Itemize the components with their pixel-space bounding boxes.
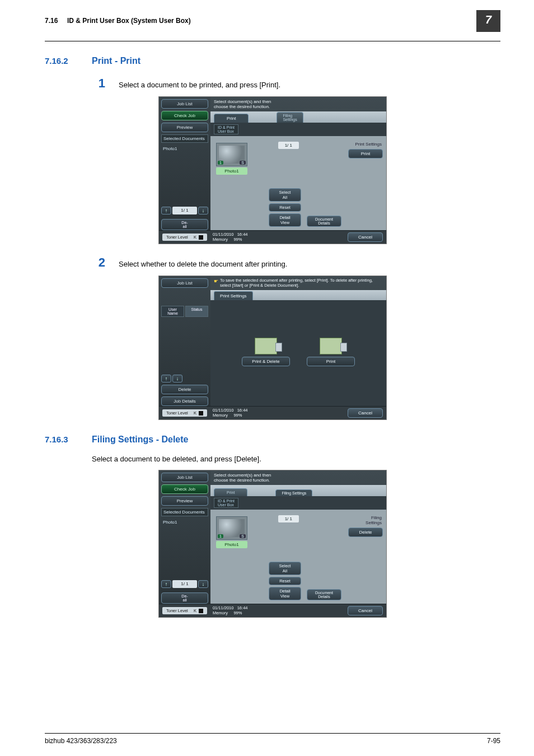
selected-doc-item: Photo1	[161, 519, 208, 526]
cancel-button[interactable]: Cancel	[348, 606, 383, 615]
header-section-title: ID & Print User Box (System User Box)	[67, 17, 191, 25]
instruction-text: ☛ To save the selected document after pr…	[210, 276, 386, 290]
print-delete-icon	[255, 338, 277, 354]
section-7-16-3-num: 7.16.3	[45, 435, 75, 444]
section-7-16-3-title: Filing Settings - Delete	[92, 435, 188, 445]
page-down-button[interactable]: ↓	[198, 580, 208, 588]
subtab-id-print-user-box[interactable]: ID & Print User Box	[214, 124, 238, 134]
datetime-memory-status: 01/11/2010 16:44 Memory 99%	[213, 408, 248, 418]
screenshot-filing-delete: Job List Check Job Preview Selected Docu…	[158, 470, 387, 618]
page-indicator: 1/ 1	[172, 580, 197, 588]
filing-settings-label: Filing Settings	[348, 515, 383, 525]
selected-documents-header: Selected Documents	[161, 508, 208, 516]
selected-doc-item: Photo1	[161, 145, 208, 152]
print-settings-label: Print Settings	[348, 142, 383, 147]
page-down-button[interactable]: ↓	[198, 207, 208, 214]
subtab-id-print-user-box[interactable]: ID & Print User Box	[214, 498, 238, 508]
step-2-number: 2	[92, 255, 105, 270]
thumbnail-label: Photo1	[216, 167, 247, 175]
datetime-memory-status: 01/11/2010 16:44 Memory 99%	[213, 606, 248, 615]
section-7-16-2-title: Print - Print	[92, 56, 140, 66]
screenshot-print-delete-choice: Job List User Name Status ↑ ↓ Delete Job…	[158, 276, 387, 420]
print-and-delete-button[interactable]: Print & Delete	[242, 357, 290, 366]
step-2-text: Select whether to delete the document af…	[119, 260, 287, 268]
document-details-button[interactable]: Document Details	[307, 216, 341, 227]
cancel-button[interactable]: Cancel	[348, 408, 383, 418]
check-job-button[interactable]: Check Job	[161, 484, 208, 494]
delete-button-side[interactable]: Delete	[161, 385, 208, 394]
step-1-text: Select a document to be printed, and pre…	[119, 81, 280, 89]
hand-icon: ☛	[214, 278, 218, 288]
footer-product: bizhub 423/363/283/223	[45, 737, 117, 745]
reset-button[interactable]: Reset	[269, 203, 301, 212]
selected-documents-header: Selected Documents	[161, 134, 208, 143]
check-job-button[interactable]: Check Job	[161, 111, 208, 120]
instruction-text: Select document(s) and then choose the d…	[210, 470, 386, 485]
instruction-text: Select document(s) and then choose the d…	[210, 97, 386, 111]
detail-view-button[interactable]: Detail View	[269, 587, 301, 600]
thumbnail-size-badge: S	[240, 534, 246, 538]
detail-view-button[interactable]: Detail View	[269, 213, 301, 227]
tab-filing-settings[interactable]: Filing Settings	[277, 112, 303, 123]
inner-page-indicator: 1/ 1	[278, 515, 299, 522]
print-only-button[interactable]: Print	[307, 357, 355, 366]
page-down-button[interactable]: ↓	[172, 375, 182, 382]
screenshot-print-select: Job List Check Job Preview Selected Docu…	[158, 96, 387, 244]
page-indicator: 1/ 1	[172, 207, 197, 214]
header-section-num: 7.16	[45, 17, 58, 25]
job-list-button[interactable]: Job List	[161, 473, 208, 482]
user-name-tab[interactable]: User Name	[161, 306, 184, 317]
job-list-button[interactable]: Job List	[161, 278, 208, 288]
deselect-all-button[interactable]: De- all	[161, 592, 208, 604]
tab-print-settings[interactable]: Print Settings	[214, 291, 253, 300]
select-all-button[interactable]: Select All	[269, 562, 301, 575]
document-details-button[interactable]: Document Details	[307, 589, 341, 600]
status-tab[interactable]: Status	[185, 306, 208, 317]
job-list-button[interactable]: Job List	[161, 99, 208, 109]
select-all-button[interactable]: Select All	[269, 188, 301, 202]
thumbnail-size-badge: S	[240, 161, 246, 165]
page-up-button[interactable]: ↑	[161, 207, 171, 214]
datetime-memory-status: 01/11/2010 16:44 Memory 99%	[213, 232, 248, 242]
section-7-16-2-num: 7.16.2	[45, 56, 75, 66]
tab-print[interactable]: Print	[214, 488, 247, 496]
thumbnail-count-badge: 1	[218, 534, 223, 538]
page-up-button[interactable]: ↑	[161, 580, 171, 588]
preview-button[interactable]: Preview	[161, 123, 208, 132]
inner-page-indicator: 1/ 1	[278, 142, 299, 149]
footer-page-number: 7-95	[487, 737, 500, 745]
print-icon	[320, 338, 342, 354]
section-7-16-3-text: Select a document to be deleted, and pre…	[92, 455, 500, 463]
page-up-button[interactable]: ↑	[161, 375, 171, 382]
toner-level-indicator: Toner Level K	[162, 409, 207, 417]
toner-level-indicator: Toner Level K	[162, 607, 207, 614]
deselect-all-button[interactable]: De- all	[161, 219, 208, 230]
reset-button[interactable]: Reset	[269, 577, 301, 585]
thumbnail-count-badge: 1	[218, 161, 223, 165]
tab-filing-settings[interactable]: Filing Settings	[275, 489, 312, 496]
cancel-button[interactable]: Cancel	[348, 232, 383, 242]
document-thumbnail[interactable]: 1 S	[216, 516, 247, 540]
print-button[interactable]: Print	[348, 149, 383, 158]
preview-button[interactable]: Preview	[161, 496, 208, 506]
step-1-number: 1	[92, 76, 105, 91]
delete-button[interactable]: Delete	[348, 528, 383, 537]
job-details-button[interactable]: Job Details	[161, 396, 208, 406]
chapter-badge: 7	[476, 10, 500, 32]
document-thumbnail[interactable]: 1 S	[216, 143, 247, 166]
thumbnail-label: Photo1	[216, 541, 247, 548]
tab-print[interactable]: Print	[214, 114, 249, 123]
toner-level-indicator: Toner Level K	[162, 234, 207, 241]
